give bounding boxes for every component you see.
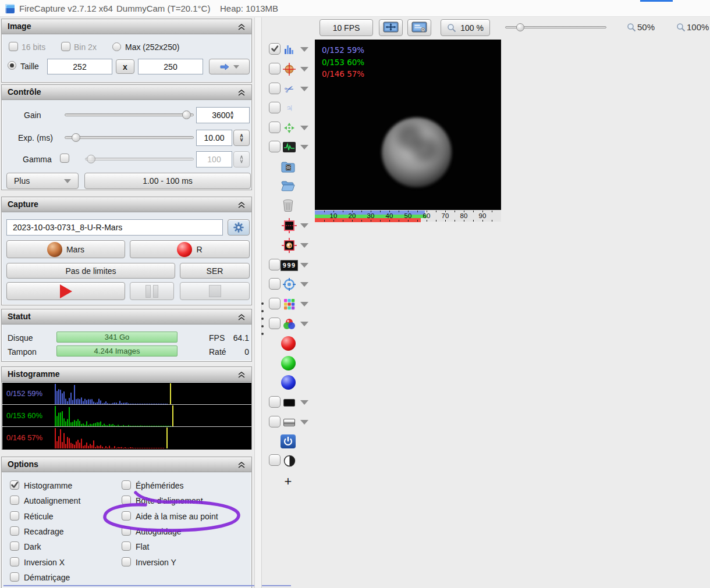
- gamma-slider-thumb[interactable]: [87, 155, 95, 163]
- color-grid-icon[interactable]: [282, 297, 297, 312]
- contrast-icon[interactable]: [282, 453, 297, 468]
- trash-icon[interactable]: [281, 198, 296, 213]
- histogramme-panel-header[interactable]: Histogramme: [2, 367, 251, 382]
- gain-spinner[interactable]: ∧∨: [230, 111, 234, 119]
- option-flat-checkbox[interactable]: [122, 541, 131, 551]
- black-rect-checkbox[interactable]: [269, 396, 281, 408]
- power-icon[interactable]: [281, 434, 296, 449]
- option-inversion-x-checkbox[interactable]: [10, 557, 19, 566]
- gamma-field[interactable]: 100: [196, 151, 232, 168]
- exp-slider-thumb[interactable]: [72, 133, 80, 142]
- gamma-spinner[interactable]: ∧∨: [233, 151, 250, 168]
- swap-size-button[interactable]: x: [116, 59, 134, 74]
- option-dematricage-checkbox[interactable]: [10, 572, 19, 582]
- rgb-balls-icon[interactable]: [282, 316, 297, 332]
- red-ball-icon[interactable]: [281, 336, 296, 351]
- option-autoguidage-checkbox[interactable]: [122, 526, 131, 536]
- apply-size-button[interactable]: [209, 59, 250, 74]
- target-icon[interactable]: [282, 277, 297, 292]
- chevron-down-icon[interactable]: [300, 420, 308, 425]
- chevron-down-icon[interactable]: [300, 145, 308, 149]
- collapse-icon[interactable]: [237, 23, 246, 33]
- histogram-checkbox[interactable]: [269, 43, 281, 55]
- fps-limit-button[interactable]: 10 FPS: [320, 19, 373, 36]
- jupiter-checkbox[interactable]: [269, 102, 281, 113]
- collapse-icon[interactable]: [237, 370, 246, 381]
- controle-panel-header[interactable]: Contrôle: [2, 85, 251, 100]
- capture-panel-header[interactable]: Capture: [2, 197, 251, 212]
- start-capture-button[interactable]: [6, 282, 125, 300]
- option-recadrage-checkbox[interactable]: [10, 526, 19, 536]
- option-inversion-y-checkbox[interactable]: [122, 557, 131, 566]
- filter-button[interactable]: R: [130, 240, 250, 258]
- counter-icon[interactable]: 999: [282, 258, 297, 273]
- max-radio[interactable]: [112, 42, 121, 51]
- option-boite-d-alignement-checkbox[interactable]: [122, 496, 131, 505]
- planet-crosshair-icon[interactable]: [282, 62, 297, 77]
- width-field[interactable]: 252: [47, 59, 112, 74]
- chevron-down-icon[interactable]: [300, 126, 308, 130]
- blue-ball-icon[interactable]: [281, 375, 296, 390]
- collapse-icon[interactable]: [237, 201, 246, 211]
- chevron-down-icon[interactable]: [300, 47, 308, 52]
- option-ephemerides-checkbox[interactable]: [122, 480, 131, 490]
- gray-rect-checkbox[interactable]: [269, 416, 281, 427]
- option-autoalignement-checkbox[interactable]: [10, 496, 19, 505]
- chevron-down-icon[interactable]: [300, 400, 308, 405]
- height-field[interactable]: 250: [138, 59, 203, 74]
- exp-slider[interactable]: [65, 136, 194, 139]
- image-panel-header[interactable]: Image: [2, 19, 251, 34]
- zoom-50-control[interactable]: 50%: [627, 22, 655, 32]
- jupiter-icon[interactable]: ♃: [282, 101, 297, 116]
- stop-capture-button[interactable]: [180, 282, 250, 300]
- collapse-icon[interactable]: [237, 313, 246, 323]
- exp-spinner[interactable]: ∧∨: [233, 130, 250, 146]
- rgb-balls-checkbox[interactable]: [269, 318, 281, 329]
- gain-field[interactable]: 3600 ∧∨: [196, 107, 250, 123]
- object-button[interactable]: Mars: [6, 240, 125, 258]
- waveform-icon[interactable]: [282, 140, 297, 155]
- bits16-checkbox[interactable]: [9, 42, 18, 51]
- option-histogramme-checkbox[interactable]: [10, 480, 19, 490]
- option-dark-checkbox[interactable]: [10, 541, 19, 551]
- filename-field[interactable]: 2023-10-03-0731_8-U-R-Mars: [6, 219, 223, 236]
- options-panel-header[interactable]: Options: [2, 457, 251, 472]
- statut-panel-header[interactable]: Statut: [2, 309, 251, 325]
- limit-button[interactable]: Pas de limites: [6, 263, 175, 279]
- move-arrows-icon[interactable]: [282, 120, 297, 136]
- target-checkbox[interactable]: [269, 278, 281, 290]
- zoom-100-control[interactable]: 100%: [676, 22, 709, 32]
- format-button[interactable]: SER: [180, 263, 250, 279]
- gamma-checkbox[interactable]: [60, 154, 69, 163]
- waveform-checkbox[interactable]: [269, 141, 281, 152]
- black-rect-icon[interactable]: [282, 395, 297, 410]
- histogram-icon[interactable]: [282, 42, 297, 57]
- exposure-range-button[interactable]: 1.00 - 100 ms: [84, 173, 251, 189]
- planet-crosshair-checkbox[interactable]: [269, 63, 281, 74]
- scissors-checkbox[interactable]: [269, 83, 281, 94]
- chevron-down-icon[interactable]: [300, 282, 308, 287]
- gray-rect-icon[interactable]: [282, 415, 297, 430]
- chevron-down-icon[interactable]: [300, 263, 308, 268]
- zoom-level-button[interactable]: 100 %: [441, 19, 490, 36]
- chevron-down-icon[interactable]: [300, 302, 308, 307]
- chevron-down-icon[interactable]: [300, 87, 308, 91]
- plus-dropdown[interactable]: Plus: [6, 173, 79, 189]
- collapse-icon[interactable]: [237, 461, 246, 471]
- preview-zoom-slider-thumb[interactable]: [516, 23, 524, 31]
- option-aide-a-la-mise-au-point-checkbox[interactable]: [122, 511, 131, 521]
- chevron-down-icon[interactable]: [300, 67, 308, 72]
- counter-checkbox[interactable]: [269, 259, 281, 270]
- chevron-down-icon[interactable]: [300, 322, 308, 326]
- fit-screen-button[interactable]: [379, 19, 403, 36]
- pause-capture-button[interactable]: [130, 282, 174, 300]
- gain-slider-thumb[interactable]: [182, 111, 191, 119]
- chevron-down-icon[interactable]: [300, 243, 308, 248]
- option-reticule-checkbox[interactable]: [10, 511, 19, 521]
- taille-radio[interactable]: [8, 61, 16, 70]
- bin2x-checkbox[interactable]: [61, 42, 70, 51]
- open-folder-icon[interactable]: [281, 179, 296, 194]
- film-folder-icon[interactable]: [281, 159, 296, 174]
- chevron-down-icon[interactable]: [300, 223, 308, 228]
- move-arrows-checkbox[interactable]: [269, 122, 281, 133]
